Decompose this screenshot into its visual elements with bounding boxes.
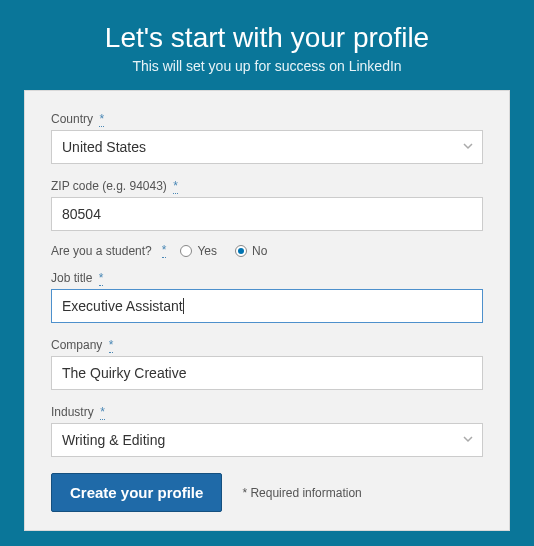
job-title-label: Job title (51, 271, 92, 285)
student-label: Are you a student? (51, 244, 152, 258)
field-industry: Industry * Writing & Editing (51, 402, 483, 457)
country-value: United States (62, 139, 146, 155)
country-label: Country (51, 112, 93, 126)
industry-value: Writing & Editing (62, 432, 165, 448)
text-cursor (183, 298, 184, 314)
required-indicator: * (100, 405, 105, 420)
student-no-label: No (252, 244, 267, 258)
page-title: Let's start with your profile (20, 22, 514, 54)
profile-form-card: Country * United States ZIP code (e.g. 9… (24, 90, 510, 531)
required-indicator: * (173, 179, 178, 194)
student-yes-label: Yes (197, 244, 217, 258)
zip-label: ZIP code (e.g. 94043) (51, 179, 167, 193)
required-note: * Required information (242, 486, 361, 500)
company-label: Company (51, 338, 102, 352)
field-country: Country * United States (51, 109, 483, 164)
page-header: Let's start with your profile This will … (0, 0, 534, 90)
chevron-down-icon (462, 139, 474, 155)
industry-select[interactable]: Writing & Editing (51, 423, 483, 457)
create-profile-button[interactable]: Create your profile (51, 473, 222, 512)
job-title-value: Executive Assistant (62, 298, 183, 314)
chevron-down-icon (462, 432, 474, 448)
radio-icon (180, 245, 192, 257)
country-select[interactable]: United States (51, 130, 483, 164)
zip-input[interactable]: 80504 (51, 197, 483, 231)
form-footer: Create your profile * Required informati… (51, 473, 483, 512)
required-indicator: * (99, 271, 104, 286)
job-title-input[interactable]: Executive Assistant (51, 289, 483, 323)
company-input[interactable]: The Quirky Creative (51, 356, 483, 390)
zip-value: 80504 (62, 206, 101, 222)
industry-label: Industry (51, 405, 94, 419)
field-student: Are you a student? * Yes No (51, 243, 483, 258)
field-company: Company * The Quirky Creative (51, 335, 483, 390)
page-subtitle: This will set you up for success on Link… (20, 58, 514, 74)
field-zip: ZIP code (e.g. 94043) * 80504 (51, 176, 483, 231)
student-yes-option[interactable]: Yes (180, 244, 217, 258)
field-job-title: Job title * Executive Assistant (51, 268, 483, 323)
required-indicator: * (162, 243, 167, 258)
company-value: The Quirky Creative (62, 365, 186, 381)
student-no-option[interactable]: No (235, 244, 267, 258)
radio-icon (235, 245, 247, 257)
required-indicator: * (109, 338, 114, 353)
required-indicator: * (99, 112, 104, 127)
